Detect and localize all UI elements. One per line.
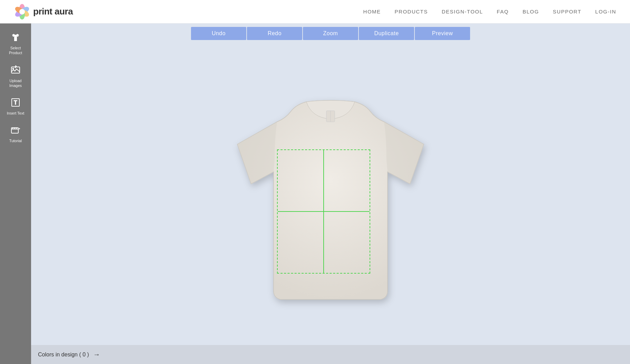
nav-home[interactable]: Home xyxy=(363,9,381,14)
nav-login[interactable]: Log-In xyxy=(595,9,616,14)
sidebar-item-insert-text[interactable]: T Insert Text xyxy=(0,92,31,120)
colors-in-design-label: Colors in design ( 0 ) xyxy=(38,352,89,358)
svg-point-8 xyxy=(12,68,14,69)
sidebar-item-tutorial[interactable]: Tutorial xyxy=(0,120,31,147)
nav-products[interactable]: Products xyxy=(395,9,428,14)
main-nav: Home Products Design-Tool FAQ Blog Suppo… xyxy=(363,9,616,14)
svg-point-6 xyxy=(19,9,25,14)
main-layout: SelectProduct UploadImages T xyxy=(0,23,630,364)
insert-text-icon: T xyxy=(9,96,22,109)
nav-support[interactable]: Support xyxy=(553,9,582,14)
sidebar-item-select-product[interactable]: SelectProduct xyxy=(0,27,31,60)
toolbar: Undo Redo Zoom Duplicate Preview xyxy=(31,23,630,43)
content-area: Undo Redo Zoom Duplicate Preview xyxy=(31,23,630,364)
tutorial-icon xyxy=(9,124,22,136)
logo[interactable]: print aura xyxy=(14,3,73,20)
logo-text: print aura xyxy=(33,6,73,17)
tshirt-svg xyxy=(223,77,438,312)
sidebar-tutorial-label: Tutorial xyxy=(9,138,22,143)
logo-icon xyxy=(14,3,30,20)
tshirt-container xyxy=(223,77,438,312)
sidebar-select-product-label: SelectProduct xyxy=(9,46,22,56)
colors-arrow-icon[interactable]: → xyxy=(93,351,100,358)
preview-button[interactable]: Preview xyxy=(415,27,470,40)
svg-text:T: T xyxy=(14,100,17,106)
sidebar-upload-images-label: UploadImages xyxy=(9,78,22,88)
sidebar: SelectProduct UploadImages T xyxy=(0,23,31,364)
nav-design-tool[interactable]: Design-Tool xyxy=(442,9,483,14)
canvas-area[interactable] xyxy=(31,43,630,345)
tshirt-icon xyxy=(9,31,22,43)
sidebar-item-upload-images[interactable]: UploadImages xyxy=(0,60,31,92)
zoom-button[interactable]: Zoom xyxy=(303,27,358,40)
nav-blog[interactable]: Blog xyxy=(523,9,539,14)
header: print aura Home Products Design-Tool FAQ… xyxy=(0,0,630,23)
duplicate-button[interactable]: Duplicate xyxy=(359,27,414,40)
bottom-bar: Colors in design ( 0 ) → xyxy=(31,345,630,364)
nav-faq[interactable]: FAQ xyxy=(497,9,509,14)
redo-button[interactable]: Redo xyxy=(247,27,302,40)
undo-button[interactable]: Undo xyxy=(191,27,246,40)
upload-image-icon xyxy=(9,64,22,76)
sidebar-insert-text-label: Insert Text xyxy=(7,111,25,116)
